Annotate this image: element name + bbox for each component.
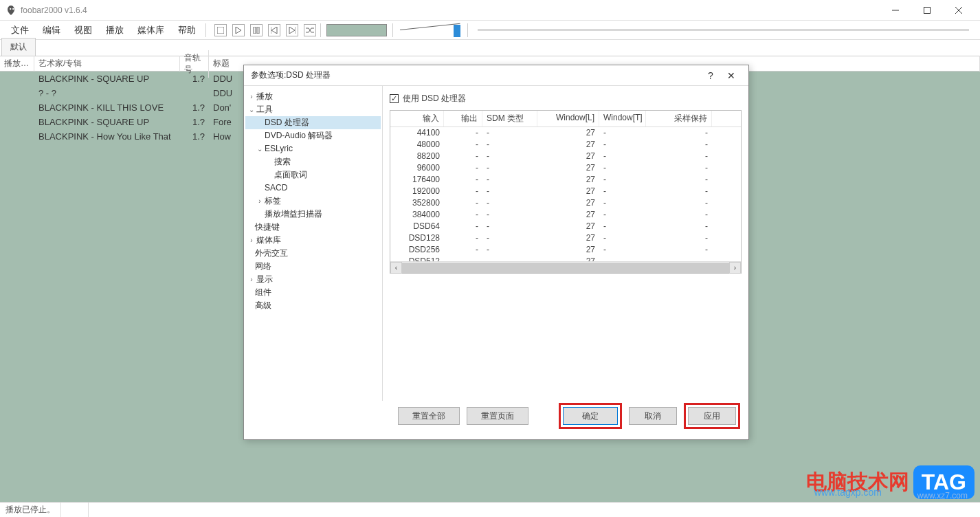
tree-advanced[interactable]: 高级 [245,299,381,312]
reset-page-button[interactable]: 重置页面 [467,407,528,425]
horizontal-scrollbar[interactable]: ‹ › [390,261,741,273]
next-button[interactable] [286,24,298,36]
col-artist-album[interactable]: 艺术家/专辑 [34,56,180,72]
scroll-right-icon[interactable]: › [729,262,741,274]
help-button[interactable]: ? [700,70,721,81]
table-row[interactable]: 384000--27-- [390,209,741,221]
table-row[interactable]: 352800--27-- [390,197,741,209]
menu-file[interactable]: 文件 [4,21,36,39]
table-row[interactable]: 96000--27-- [390,162,741,174]
playback-toolbar [213,24,318,36]
seek-bar[interactable] [478,29,969,31]
svg-rect-4 [217,27,224,34]
dialog-footer: 重置全部 重置页面 确定 取消 应用 [244,401,748,439]
watermark: 电脑技术网 www.tagxp.com TAG www.xz7.com [806,465,975,499]
th-sdm[interactable]: SDM 类型 [482,111,537,126]
chevron-right-icon[interactable]: › [247,234,256,246]
table-row[interactable]: 192000--27-- [390,186,741,197]
menubar: 文件 编辑 视图 播放 媒体库 帮助 [0,21,980,40]
titlebar: foobar2000 v1.6.4 [0,0,980,21]
chevron-down-icon[interactable]: ⌄ [255,143,265,155]
table-header: 输入 输出 SDM 类型 Window[L] Window[T] 采样保持 [390,111,741,127]
svg-marker-5 [236,27,241,34]
chevron-right-icon[interactable]: › [247,91,256,102]
table-body[interactable]: 44100--27--48000--27--88200--27--96000--… [390,127,741,261]
app-title: foobar2000 v1.6.4 [21,6,880,15]
separator [467,23,468,37]
tree-dsd[interactable]: DSD 处理器 [245,116,381,129]
tab-default[interactable]: 默认 [1,38,36,56]
highlight-ok: 确定 [559,403,622,429]
cancel-button[interactable]: 取消 [629,407,677,425]
scroll-left-icon[interactable]: ‹ [390,262,402,274]
th-windowl[interactable]: Window[L] [537,111,599,126]
app-icon [5,5,16,16]
highlight-apply: 应用 [684,403,740,429]
table-row[interactable]: DSD64--27-- [390,221,741,232]
table-row[interactable]: 88200--27-- [390,151,741,162]
tree-components[interactable]: 组件 [245,286,381,299]
chevron-right-icon[interactable]: › [255,195,265,207]
dialog-titlebar: 参数选项:DSD 处理器 ? ✕ [244,65,748,86]
tree-tools: ⌄工具 [245,103,381,116]
svg-rect-1 [924,7,931,13]
status-empty [61,503,89,517]
maximize-button[interactable] [911,0,943,21]
menu-play[interactable]: 播放 [99,21,131,39]
scroll-thumb[interactable] [402,263,729,273]
menu-view[interactable]: 视图 [67,21,99,39]
dialog-close-button[interactable]: ✕ [721,70,742,81]
tree-sacd[interactable]: SACD [245,182,381,195]
th-windowt[interactable]: Window[T] [599,111,646,126]
svg-rect-7 [257,27,259,34]
use-dsd-checkbox[interactable]: ✓ 使用 DSD 处理器 [390,93,742,104]
pause-button[interactable] [250,24,263,36]
preferences-dialog: 参数选项:DSD 处理器 ? ✕ ›播放 ⌄工具 DSD 处理器 DVD-Aud… [243,65,749,440]
th-samplehold[interactable]: 采样保持 [646,111,712,126]
play-button[interactable] [232,24,245,36]
table-row[interactable]: 44100--27-- [390,127,741,139]
apply-button[interactable]: 应用 [688,407,736,425]
checkbox-label: 使用 DSD 处理器 [403,93,466,104]
menu-library[interactable]: 媒体库 [131,21,171,39]
table-row[interactable]: DSD512--27-- [390,256,741,261]
tree-search[interactable]: 搜索 [245,155,381,168]
table-row[interactable]: DSD256--27-- [390,244,741,256]
menu-edit[interactable]: 编辑 [36,21,67,39]
th-output[interactable]: 输出 [444,111,482,126]
preferences-tree[interactable]: ›播放 ⌄工具 DSD 处理器 DVD-Audio 解码器 ⌄ESLyric 搜… [244,86,383,401]
tree-network[interactable]: 网络 [245,260,381,273]
prev-button[interactable] [268,24,280,36]
separator [392,23,393,37]
preferences-content: ✓ 使用 DSD 处理器 输入 输出 SDM 类型 Window[L] Wind… [383,86,748,401]
minimize-button[interactable] [880,0,911,21]
main-window: foobar2000 v1.6.4 文件 编辑 视图 播放 媒体库 帮助 [0,0,980,517]
tree-shortcuts[interactable]: 快捷键 [245,221,381,234]
menu-help[interactable]: 帮助 [171,21,203,39]
svg-marker-10 [289,27,295,34]
ok-button[interactable]: 确定 [563,407,618,425]
table-row[interactable]: 48000--27-- [390,139,741,151]
reset-all-button[interactable]: 重置全部 [398,407,460,425]
watermark-url2: www.xz7.com [917,491,968,500]
table-row[interactable]: 176400--27-- [390,174,741,186]
random-button[interactable] [304,24,316,36]
separator [320,23,321,37]
spectrum-display [326,24,387,36]
close-button[interactable] [943,0,975,21]
chevron-right-icon[interactable]: › [247,274,256,285]
status-text: 播放已停止。 [0,503,61,517]
stop-button[interactable] [214,24,227,36]
tree-replaygain[interactable]: 播放增益扫描器 [245,208,381,221]
table-row[interactable]: DSD128--27-- [390,232,741,244]
volume-slider[interactable] [400,30,460,30]
th-input[interactable]: 输入 [390,111,444,126]
dialog-title: 参数选项:DSD 处理器 [251,69,700,81]
tree-shell[interactable]: 外壳交互 [245,247,381,260]
tree-dvd[interactable]: DVD-Audio 解码器 [245,129,381,142]
col-playorder[interactable]: 播放… [0,56,34,72]
tree-medialib: ›媒体库 [245,234,381,247]
chevron-down-icon[interactable]: ⌄ [247,104,256,116]
tree-desktop-lyric[interactable]: 桌面歌词 [245,168,381,182]
dsd-table: 输入 输出 SDM 类型 Window[L] Window[T] 采样保持 44… [390,110,742,274]
